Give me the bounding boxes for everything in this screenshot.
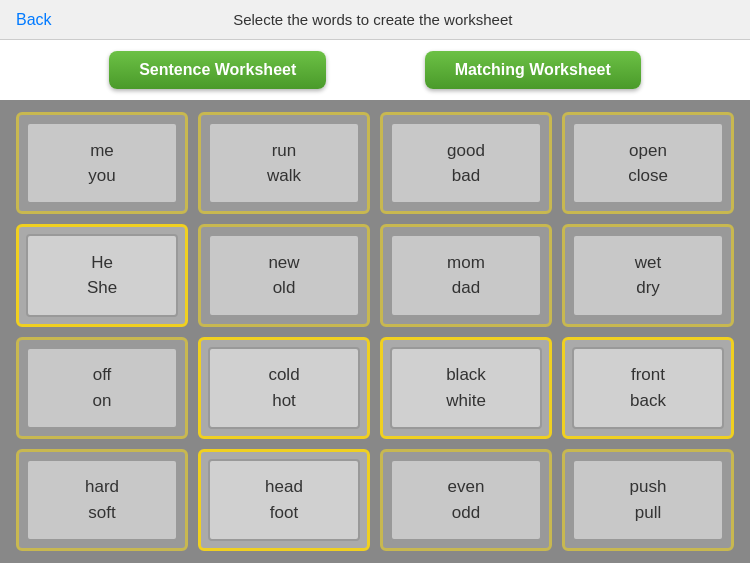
word-card-text: He She bbox=[87, 250, 117, 301]
word-card-grid: me yourun walkgood badopen closeHe Shene… bbox=[0, 100, 750, 563]
word-card-text: off on bbox=[93, 362, 112, 413]
word-card-text: me you bbox=[88, 138, 115, 189]
word-card[interactable]: He She bbox=[16, 224, 188, 326]
word-card-text: new old bbox=[268, 250, 299, 301]
word-card[interactable]: off on bbox=[16, 337, 188, 439]
header: Back Selecte the words to create the wor… bbox=[0, 0, 750, 40]
word-card[interactable]: hard soft bbox=[16, 449, 188, 551]
word-card-text: open close bbox=[628, 138, 668, 189]
word-card[interactable]: wet dry bbox=[562, 224, 734, 326]
word-card-text: front back bbox=[630, 362, 666, 413]
word-card[interactable]: open close bbox=[562, 112, 734, 214]
header-title: Selecte the words to create the workshee… bbox=[52, 11, 694, 28]
word-card[interactable]: new old bbox=[198, 224, 370, 326]
sentence-worksheet-button[interactable]: Sentence Worksheet bbox=[109, 51, 326, 89]
word-card-text: black white bbox=[446, 362, 486, 413]
word-card[interactable]: head foot bbox=[198, 449, 370, 551]
word-card[interactable]: me you bbox=[16, 112, 188, 214]
word-card-text: mom dad bbox=[447, 250, 485, 301]
word-card-text: run walk bbox=[267, 138, 301, 189]
word-card-text: wet dry bbox=[635, 250, 661, 301]
word-card-text: hard soft bbox=[85, 474, 119, 525]
word-card[interactable]: good bad bbox=[380, 112, 552, 214]
word-card[interactable]: even odd bbox=[380, 449, 552, 551]
word-card-text: cold hot bbox=[268, 362, 299, 413]
word-card[interactable]: cold hot bbox=[198, 337, 370, 439]
matching-worksheet-button[interactable]: Matching Worksheet bbox=[425, 51, 641, 89]
word-card-text: even odd bbox=[448, 474, 485, 525]
word-card[interactable]: front back bbox=[562, 337, 734, 439]
word-card[interactable]: push pull bbox=[562, 449, 734, 551]
word-card[interactable]: run walk bbox=[198, 112, 370, 214]
word-card[interactable]: black white bbox=[380, 337, 552, 439]
back-button[interactable]: Back bbox=[16, 11, 52, 29]
word-card-text: head foot bbox=[265, 474, 303, 525]
word-card-text: push pull bbox=[630, 474, 667, 525]
word-card[interactable]: mom dad bbox=[380, 224, 552, 326]
toolbar: Sentence Worksheet Matching Worksheet bbox=[0, 40, 750, 100]
word-card-text: good bad bbox=[447, 138, 485, 189]
